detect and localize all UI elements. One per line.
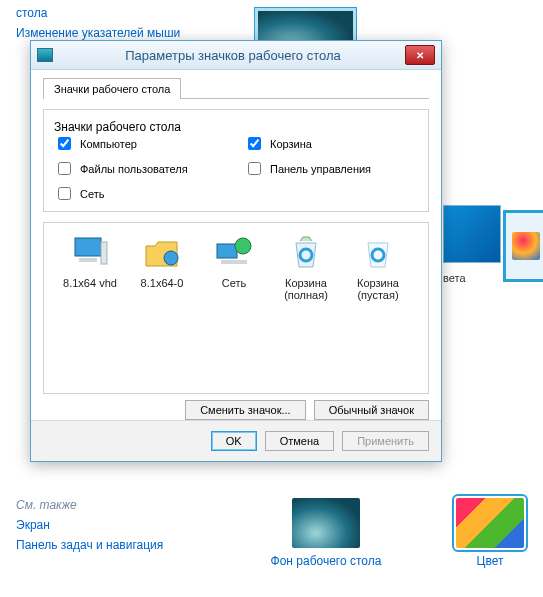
thumb-label: Цвет bbox=[477, 554, 504, 568]
change-icon-button[interactable]: Сменить значок... bbox=[185, 400, 306, 420]
checkbox-label: Панель управления bbox=[270, 163, 371, 175]
recycle-empty-icon bbox=[358, 233, 398, 273]
list-item[interactable]: 8.1x64-0 bbox=[126, 233, 198, 301]
list-item[interactable]: Сеть bbox=[198, 233, 270, 301]
icon-label: 8.1x64 vhd bbox=[63, 277, 117, 289]
svg-rect-0 bbox=[75, 238, 101, 256]
checkbox-computer[interactable]: Компьютер bbox=[54, 134, 228, 153]
icon-label: 8.1x64-0 bbox=[141, 277, 184, 289]
desktop-icons-dialog: Параметры значков рабочего стола ✕ Значк… bbox=[30, 40, 442, 462]
folder-user-icon bbox=[142, 233, 182, 273]
checkbox-label: Сеть bbox=[80, 188, 104, 200]
sidebar-link-pointer[interactable]: Изменение указателей мыши bbox=[16, 26, 180, 40]
link-taskbar[interactable]: Панель задач и навигация bbox=[16, 538, 196, 552]
color-preview-2-selected[interactable] bbox=[503, 210, 543, 282]
icon-list[interactable]: 8.1x64 vhd 8.1x64-0 Сеть Корзина (полная… bbox=[43, 222, 429, 394]
apply-button[interactable]: Применить bbox=[342, 431, 429, 451]
icon-label: Корзина (пустая) bbox=[357, 277, 399, 301]
list-item[interactable]: Корзина (полная) bbox=[270, 233, 342, 301]
checkbox-userfiles-input[interactable] bbox=[58, 162, 71, 175]
titlebar[interactable]: Параметры значков рабочего стола ✕ bbox=[31, 41, 441, 70]
close-icon[interactable]: ✕ bbox=[405, 45, 435, 65]
icon-label: Сеть bbox=[222, 277, 246, 289]
svg-rect-1 bbox=[79, 258, 97, 262]
dialog-title: Параметры значков рабочего стола bbox=[61, 48, 405, 63]
svg-rect-6 bbox=[221, 260, 247, 264]
color-option[interactable]: Цвет bbox=[456, 498, 524, 568]
wallpaper-thumb-icon bbox=[292, 498, 360, 548]
checkbox-network[interactable]: Сеть bbox=[54, 184, 228, 203]
list-item[interactable]: Корзина (пустая) bbox=[342, 233, 414, 301]
ok-button[interactable]: OK bbox=[211, 431, 257, 451]
svg-point-5 bbox=[235, 238, 251, 254]
group-legend: Значки рабочего стола bbox=[54, 120, 181, 134]
checkbox-recycle-input[interactable] bbox=[248, 137, 261, 150]
default-icon-button[interactable]: Обычный значок bbox=[314, 400, 429, 420]
tab-desktop-icons[interactable]: Значки рабочего стола bbox=[43, 78, 181, 99]
link-display[interactable]: Экран bbox=[16, 518, 196, 532]
svg-rect-4 bbox=[217, 244, 237, 258]
checkbox-computer-input[interactable] bbox=[58, 137, 71, 150]
recycle-full-icon bbox=[286, 233, 326, 273]
see-also-heading: См. также bbox=[16, 498, 196, 512]
checkbox-network-input[interactable] bbox=[58, 187, 71, 200]
svg-point-3 bbox=[164, 251, 178, 265]
checkbox-recycle[interactable]: Корзина bbox=[244, 134, 418, 153]
checkbox-controlpanel-input[interactable] bbox=[248, 162, 261, 175]
computer-icon bbox=[70, 233, 110, 273]
thumb-label: Фон рабочего стола bbox=[271, 554, 382, 568]
checkbox-label: Компьютер bbox=[80, 138, 137, 150]
list-item[interactable]: 8.1x64 vhd bbox=[54, 233, 126, 301]
svg-rect-2 bbox=[101, 242, 107, 264]
color-thumb-icon bbox=[456, 498, 524, 548]
checkbox-controlpanel[interactable]: Панель управления bbox=[244, 159, 418, 178]
sidebar-link[interactable]: стола bbox=[16, 6, 180, 20]
side-label: вета bbox=[443, 272, 466, 284]
checkbox-userfiles[interactable]: Файлы пользователя bbox=[54, 159, 228, 178]
app-icon bbox=[37, 48, 53, 62]
cancel-button[interactable]: Отмена bbox=[265, 431, 334, 451]
network-icon bbox=[214, 233, 254, 273]
wallpaper-option[interactable]: Фон рабочего стола bbox=[271, 498, 382, 568]
icon-label: Корзина (полная) bbox=[284, 277, 328, 301]
checkbox-label: Файлы пользователя bbox=[80, 163, 188, 175]
color-preview-1[interactable] bbox=[443, 205, 501, 263]
checkbox-label: Корзина bbox=[270, 138, 312, 150]
